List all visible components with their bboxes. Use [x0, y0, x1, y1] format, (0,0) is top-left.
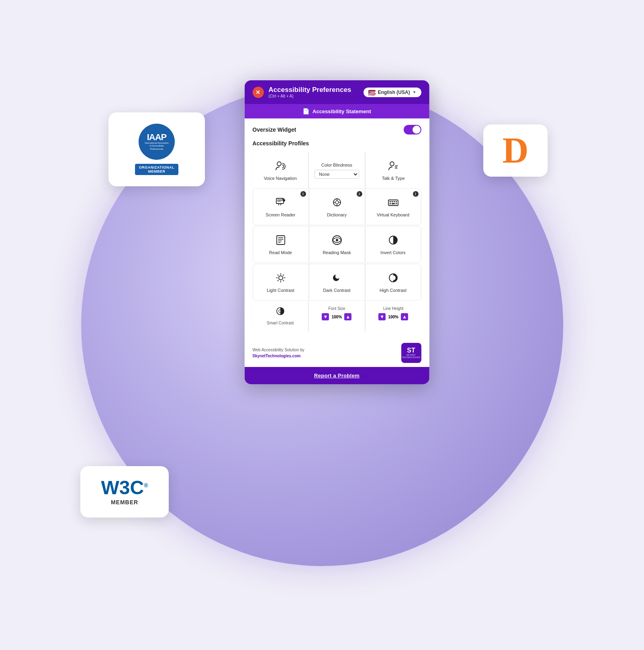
font-size-decrease[interactable]: ▼ [322, 313, 329, 320]
iaap-subtext: International Associationof Accessibilit… [145, 142, 169, 150]
dark-contrast-icon [331, 272, 342, 285]
color-blindness-label: Color Blindness [321, 163, 352, 167]
svg-rect-13 [395, 203, 397, 204]
line-height-decrease[interactable]: ▼ [378, 313, 386, 320]
line-height-cell: Line Height ▼ 100% ▲ [366, 302, 421, 332]
svg-rect-9 [393, 201, 395, 202]
title-shortcut: (Ctrl + Alt + A) [268, 94, 351, 98]
screen-reader-info: i [300, 191, 306, 197]
footer-line1: Web Accessibility Solution by [252, 348, 304, 352]
iaap-text: IAAP [147, 133, 167, 142]
iaap-org-badge: ORGANIZATIONALMEMBER [135, 164, 178, 175]
font-size-stepper: ▼ 100% ▲ [322, 313, 352, 320]
screen-reader-label: Screen Reader [266, 212, 295, 218]
widget-header: ✕ Accessibility Preferences (Ctrl + Alt … [244, 80, 429, 104]
read-mode-icon [275, 234, 286, 247]
voice-navigation-icon [275, 160, 286, 173]
color-blindness-select[interactable]: None Protanopia Deuteranopia Tritanopia [315, 170, 359, 179]
dark-contrast-label: Dark Contrast [323, 287, 350, 293]
line-height-label: Line Height [383, 306, 404, 311]
talk-and-type-label: Talk & Type [382, 175, 405, 181]
high-contrast-cell[interactable]: High Contrast [365, 264, 421, 300]
statement-bar[interactable]: 📄 Accessibility Statement [244, 104, 429, 118]
line-height-stepper: ▼ 100% ▲ [378, 313, 408, 320]
voice-navigation-cell[interactable]: Voice Navigation [252, 152, 308, 188]
smart-contrast-cell[interactable]: Smart Contrast [252, 302, 308, 332]
screen-reader-icon [275, 197, 286, 210]
oversize-row: Oversize Widget [252, 125, 421, 134]
st-logo-sub: SKYNET TECHNOLOGIES [401, 354, 421, 359]
color-blindness-cell[interactable]: Color Blindness None Protanopia Deuteran… [309, 152, 365, 188]
footer-link[interactable]: SkynetTechnologies.com [252, 354, 301, 358]
light-contrast-icon [275, 272, 286, 285]
svg-point-0 [277, 162, 281, 166]
reading-mask-cell[interactable]: Reading Mask [309, 226, 364, 263]
svg-point-18 [278, 276, 282, 280]
dictionary-icon [331, 197, 342, 210]
reading-mask-label: Reading Mask [323, 250, 351, 255]
svg-rect-6 [388, 200, 398, 206]
w3c-logo: W3C® [101, 478, 148, 497]
high-contrast-label: High Contrast [380, 287, 407, 293]
statement-icon: 📄 [303, 108, 309, 114]
virtual-keyboard-label: Virtual Keyboard [377, 212, 409, 218]
w3c-card: W3C® MEMBER [80, 466, 169, 518]
font-size-value: 100% [331, 315, 343, 319]
font-size-increase[interactable]: ▲ [344, 313, 352, 320]
w3c-text: W3C [101, 477, 144, 498]
accessibility-widget: ✕ Accessibility Preferences (Ctrl + Alt … [244, 80, 429, 384]
w3c-member-text: MEMBER [111, 499, 138, 505]
font-size-cell: Font Size ▼ 100% ▲ [309, 302, 365, 332]
svg-rect-7 [389, 201, 390, 202]
svg-point-1 [390, 162, 394, 166]
virtual-keyboard-info: i [413, 191, 418, 197]
svg-rect-8 [391, 201, 393, 202]
reading-mask-icon [331, 234, 342, 247]
svg-rect-14 [276, 236, 284, 245]
title-main: Accessibility Preferences [268, 86, 351, 94]
features-row-1: Voice Navigation Color Blindness None Pr… [252, 152, 421, 188]
talk-and-type-cell[interactable]: Talk & Type [366, 152, 421, 188]
bottom-controls: Smart Contrast Font Size ▼ 100% ▲ Line H… [252, 302, 421, 332]
svg-point-16 [335, 239, 338, 241]
line-height-value: 100% [387, 315, 399, 319]
svg-rect-11 [389, 203, 390, 204]
invert-colors-cell[interactable]: Invert Colors [365, 226, 421, 263]
dictionary-info: i [356, 191, 362, 197]
smart-contrast-label: Smart Contrast [267, 321, 294, 325]
header-left: ✕ Accessibility Preferences (Ctrl + Alt … [252, 86, 351, 98]
svg-rect-12 [391, 203, 395, 204]
profiles-label: Accessibility Profiles [252, 140, 421, 147]
widget-body: Oversize Widget Accessibility Profiles V… [244, 118, 429, 339]
invert-colors-icon [387, 234, 399, 247]
light-contrast-label: Light Contrast [267, 287, 294, 293]
dictionary-cell[interactable]: i Dictionary [309, 189, 364, 225]
voice-navigation-label: Voice Navigation [264, 175, 297, 181]
close-button[interactable]: ✕ [252, 87, 264, 98]
dictionary-label: Dictionary [327, 212, 347, 218]
header-title: Accessibility Preferences (Ctrl + Alt + … [268, 86, 351, 98]
line-height-increase[interactable]: ▲ [401, 313, 408, 320]
statement-label: Accessibility Statement [313, 108, 371, 114]
w3c-reg: ® [144, 482, 148, 489]
virtual-keyboard-cell[interactable]: i Virtual Keyboard [365, 189, 421, 225]
features-row-3: Read Mode Reading Mask [252, 226, 421, 263]
screen-reader-cell[interactable]: i Screen Reader [253, 189, 308, 225]
iaap-card: IAAP International Associationof Accessi… [108, 112, 205, 186]
svg-point-5 [335, 201, 338, 204]
read-mode-cell[interactable]: Read Mode [253, 226, 308, 263]
flag-icon: 🇺🇸 [368, 90, 375, 95]
d-logo-card: D [483, 124, 548, 177]
light-contrast-cell[interactable]: Light Contrast [253, 264, 308, 300]
language-label: English (USA) [378, 90, 410, 95]
features-row-2: i Screen Reader i [252, 188, 421, 225]
language-button[interactable]: 🇺🇸 English (USA) ▼ [363, 88, 421, 97]
svg-rect-10 [395, 201, 397, 202]
oversize-toggle[interactable] [403, 125, 421, 134]
virtual-keyboard-icon [387, 197, 399, 210]
high-contrast-icon [387, 272, 399, 285]
dark-contrast-cell[interactable]: Dark Contrast [309, 264, 364, 300]
invert-colors-label: Invert Colors [380, 250, 405, 255]
report-problem-button[interactable]: Report a Problem [244, 367, 429, 384]
svg-point-3 [282, 199, 285, 202]
